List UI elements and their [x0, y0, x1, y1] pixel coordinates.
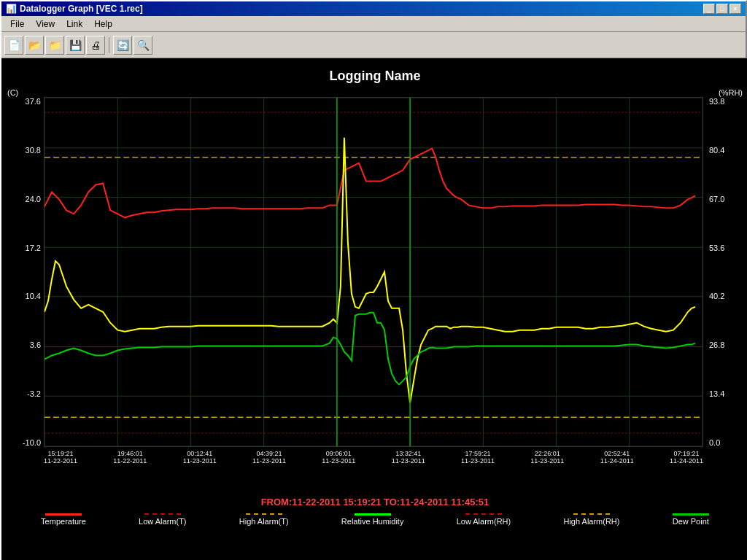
legend-humidity-label: Relative Humidity: [341, 517, 404, 526]
legend-high-alarm-t: High Alarm(T): [239, 513, 289, 526]
legend-temperature-line: [45, 513, 82, 516]
legend-high-alarm-rh-line: [573, 513, 610, 516]
x-label-0: 15:19:21 11-22-2011: [44, 450, 77, 464]
menu-file[interactable]: File: [4, 18, 30, 31]
chart-container: Logging Name (C) (%RH) 37.6 30.8 24.0 17…: [1, 58, 747, 560]
title-bar-text: 📊 Datalogger Graph [VEC 1.rec]: [6, 4, 143, 14]
legend-dew-point-line: [673, 513, 709, 516]
legend-humidity-line: [355, 513, 391, 516]
legend-low-alarm-t: Low Alarm(T): [139, 513, 186, 526]
y-axis-left: 37.6 30.8 24.0 17.2 10.4 3.6 -3.2 -10.0: [7, 97, 41, 447]
legend-low-alarm-rh-label: Low Alarm(RH): [457, 517, 511, 526]
x-label-4: 09:06:01 11-23-2011: [322, 450, 355, 464]
print-button[interactable]: 🖨: [86, 36, 105, 55]
y-right-1: 80.4: [709, 146, 724, 155]
zoom-button[interactable]: 🔍: [133, 36, 152, 55]
title-bar: 📊 Datalogger Graph [VEC 1.rec] _ □ ×: [1, 1, 746, 16]
y-axis-right: 93.8 80.4 67.0 53.6 40.2 26.8 13.4 0.0: [706, 97, 743, 447]
y-left-5: 3.6: [30, 341, 41, 349]
window-icon: 📊: [6, 4, 17, 14]
y-right-4: 40.2: [709, 292, 724, 300]
legend-high-alarm-t-line: [246, 513, 282, 516]
legend-low-alarm-t-label: Low Alarm(T): [139, 517, 186, 526]
legend-low-alarm-t-line: [144, 513, 181, 516]
toolbar-separator: [109, 37, 109, 53]
toolbar: 📄 📂 📁 💾 🖨 🔄 🔍: [1, 32, 746, 58]
legend-low-alarm-rh: Low Alarm(RH): [457, 513, 511, 526]
x-label-5: 13:32:41 11-23-2011: [392, 450, 425, 464]
menu-view[interactable]: View: [30, 18, 61, 31]
y-right-2: 67.0: [709, 195, 724, 203]
x-label-8: 02:52:41 11-24-2011: [600, 450, 634, 464]
y-right-6: 13.4: [709, 389, 724, 398]
close-button[interactable]: ×: [729, 4, 741, 14]
date-range: FROM:11-22-2011 15:19:21 TO:11-24-2011 1…: [7, 497, 743, 508]
menu-help[interactable]: Help: [88, 18, 118, 31]
legend-dew-point: Dew Point: [673, 513, 709, 526]
menu-bar: File View Link Help: [1, 16, 746, 32]
legend-dew-point-label: Dew Point: [673, 517, 709, 526]
chart-svg: [44, 98, 703, 446]
legend-high-alarm-t-label: High Alarm(T): [239, 517, 289, 526]
y-left-unit: (C): [7, 88, 18, 97]
legend-high-alarm-rh: High Alarm(RH): [563, 513, 619, 526]
x-axis: 15:19:21 11-22-2011 19:46:01 11-22-2011 …: [44, 450, 703, 464]
minimize-button[interactable]: _: [703, 4, 715, 14]
maximize-button[interactable]: □: [716, 4, 728, 14]
y-left-2: 24.0: [26, 195, 41, 203]
chart-area: (C) (%RH) 37.6 30.8 24.0 17.2 10.4 3.6 -…: [7, 88, 743, 475]
legend-humidity: Relative Humidity: [341, 513, 404, 526]
y-right-5: 26.8: [709, 341, 724, 349]
y-left-6: -3.2: [27, 389, 41, 398]
y-left-4: 10.4: [26, 292, 41, 300]
legend: Temperature Low Alarm(T) High Alarm(T) R…: [7, 510, 743, 529]
chart-plot: [44, 97, 703, 447]
y-right-unit: (%RH): [719, 88, 743, 97]
x-label-2: 00:12:41 11-23-2011: [183, 450, 217, 464]
new-button[interactable]: 📄: [4, 36, 23, 55]
y-left-7: -10.0: [23, 438, 41, 447]
title-bar-buttons: _ □ ×: [703, 4, 741, 14]
x-label-1: 19:46:01 11-22-2011: [113, 450, 147, 464]
main-window: 📊 Datalogger Graph [VEC 1.rec] _ □ × Fil…: [0, 0, 747, 560]
x-label-3: 04:39:21 11-23-2011: [252, 450, 286, 464]
refresh-button[interactable]: 🔄: [113, 36, 132, 55]
y-left-3: 17.2: [26, 244, 41, 252]
x-label-9: 07:19:21 11-24-2011: [670, 450, 703, 464]
y-left-0: 37.6: [26, 97, 41, 106]
menu-link[interactable]: Link: [61, 18, 88, 31]
y-right-7: 0.0: [709, 438, 720, 447]
open-button[interactable]: 📁: [45, 36, 64, 55]
y-left-1: 30.8: [26, 146, 41, 155]
y-right-3: 53.6: [709, 244, 724, 252]
x-label-7: 22:26:01 11-23-2011: [530, 450, 564, 464]
save-button[interactable]: 💾: [66, 36, 85, 55]
legend-temperature-label: Temperature: [41, 517, 86, 526]
x-label-6: 17:59:21 11-23-2011: [461, 450, 495, 464]
legend-high-alarm-rh-label: High Alarm(RH): [563, 517, 619, 526]
legend-temperature: Temperature: [41, 513, 86, 526]
chart-title: Logging Name: [7, 64, 743, 87]
y-right-0: 93.8: [709, 97, 724, 106]
open-folder-button[interactable]: 📂: [25, 36, 44, 55]
legend-low-alarm-rh-line: [465, 513, 502, 516]
